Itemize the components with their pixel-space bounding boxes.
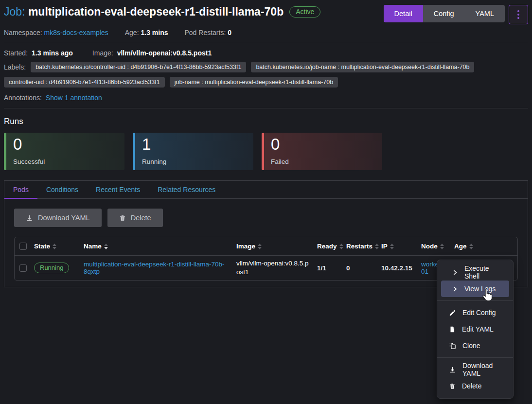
column-header-age[interactable]: Age bbox=[454, 243, 493, 250]
show-annotation-link[interactable]: Show 1 annotation bbox=[46, 94, 102, 102]
menu-item-clone[interactable]: Clone bbox=[441, 337, 509, 354]
pod-restarts-cell: 0 bbox=[346, 264, 381, 272]
label-chip: batch.kubernetes.io/job-name : multiplic… bbox=[251, 62, 474, 72]
menu-divider bbox=[437, 357, 513, 358]
successful-label: Successful bbox=[13, 158, 118, 165]
chevron-right-icon bbox=[452, 269, 458, 276]
sort-icon bbox=[469, 244, 473, 249]
runs-cards: 0 Successful 1 Running 0 Failed bbox=[4, 133, 528, 170]
pod-name-link[interactable]: multiplication-eval-deepseek-r1-distill-… bbox=[84, 261, 225, 275]
download-icon bbox=[26, 214, 33, 222]
labels-row-1: Labels: batch.kubernetes.io/controller-u… bbox=[4, 62, 528, 72]
namespace-link[interactable]: mk8s-docs-examples bbox=[44, 29, 108, 36]
sort-icon bbox=[440, 244, 444, 249]
pod-name-cell: multiplication-eval-deepseek-r1-distill-… bbox=[84, 261, 236, 275]
label-chip: batch.kubernetes.io/controller-uid : d4b… bbox=[31, 62, 246, 72]
menu-item-edit-yaml[interactable]: Edit YAML bbox=[441, 321, 509, 337]
successful-runs-card[interactable]: 0 Successful bbox=[4, 133, 124, 170]
pod-ip-cell: 10.42.2.15 bbox=[381, 264, 421, 272]
tab-pods[interactable]: Pods bbox=[4, 181, 37, 199]
clone-icon bbox=[449, 342, 456, 350]
job-name-title: multiplication-eval-deepseek-r1-distill-… bbox=[28, 5, 284, 18]
pod-restarts-meta: Pod Restarts: 0 bbox=[184, 29, 231, 36]
sort-icon bbox=[104, 244, 108, 249]
running-label: Running bbox=[142, 158, 247, 165]
header-actions: Detail Config YAML bbox=[384, 5, 528, 24]
label-chip: job-name : multiplication-eval-deepseek-… bbox=[170, 77, 338, 88]
failed-count: 0 bbox=[271, 136, 375, 153]
runs-heading: Runs bbox=[4, 117, 528, 126]
running-count: 1 bbox=[142, 136, 247, 153]
header-meta: Namespace: mk8s-docs-examples Age: 1.3 m… bbox=[4, 29, 528, 36]
row-checkbox[interactable] bbox=[19, 264, 27, 272]
age-meta: Age: 1.3 mins bbox=[125, 29, 168, 36]
sort-icon bbox=[258, 244, 262, 249]
menu-item-edit-config[interactable]: Edit Config bbox=[441, 304, 509, 321]
detail-block: Started: 1.3 mins ago Image: vllm/vllm-o… bbox=[4, 49, 528, 102]
menu-item-download-yaml[interactable]: Download YAML bbox=[441, 361, 509, 378]
detail-tab-button[interactable]: Detail bbox=[384, 5, 423, 22]
trash-icon bbox=[119, 214, 126, 222]
sort-icon bbox=[53, 244, 56, 249]
column-header-name[interactable]: Name bbox=[84, 243, 236, 250]
pod-image-cell: vllm/vllm-openai:v0.8.5.post1 bbox=[236, 259, 317, 276]
download-icon bbox=[449, 366, 456, 373]
sort-icon bbox=[375, 244, 379, 249]
labels-label: Labels: bbox=[4, 63, 26, 71]
trash-icon bbox=[449, 383, 456, 390]
labels-row-2: controller-uid : d4b91906-b7e1-4f13-86bb… bbox=[4, 77, 528, 88]
page-title: Job: multiplication-eval-deepseek-r1-dis… bbox=[4, 5, 284, 19]
column-header-ip[interactable]: IP bbox=[381, 243, 421, 250]
started-label: Started: bbox=[4, 49, 28, 57]
config-tab-button[interactable]: Config bbox=[423, 5, 465, 22]
tab-conditions[interactable]: Conditions bbox=[37, 181, 87, 199]
sort-icon bbox=[390, 244, 394, 249]
table-header-row: State Name Image Ready Restarts IP Node … bbox=[15, 237, 517, 256]
running-runs-card[interactable]: 1 Running bbox=[133, 133, 253, 170]
select-all-checkbox[interactable] bbox=[19, 243, 27, 250]
label-chip: controller-uid : d4b91906-b7e1-4f13-86bb… bbox=[4, 77, 165, 88]
chevron-right-icon bbox=[452, 286, 458, 292]
yaml-tab-button[interactable]: YAML bbox=[465, 5, 505, 22]
started-image-row: Started: 1.3 mins ago Image: vllm/vllm-o… bbox=[4, 49, 528, 57]
image-label: Image: bbox=[92, 49, 113, 57]
file-icon bbox=[449, 326, 456, 333]
menu-divider bbox=[437, 300, 513, 301]
tab-bar: Pods Conditions Recent Events Related Re… bbox=[4, 181, 528, 199]
download-yaml-button[interactable]: Download YAML bbox=[14, 209, 102, 227]
column-header-image[interactable]: Image bbox=[236, 243, 317, 250]
page-header: Job: multiplication-eval-deepseek-r1-dis… bbox=[4, 5, 528, 24]
job-detail-page: Job: multiplication-eval-deepseek-r1-dis… bbox=[0, 0, 532, 287]
menu-item-execute-shell[interactable]: Execute Shell bbox=[441, 264, 509, 281]
table-toolbar: Download YAML Delete bbox=[14, 209, 518, 227]
pod-state-badge: Running bbox=[34, 263, 69, 273]
annotations-row: Annotations: Show 1 annotation bbox=[4, 94, 528, 102]
column-header-restarts[interactable]: Restarts bbox=[346, 243, 381, 250]
status-badge: Active bbox=[289, 6, 320, 18]
menu-item-delete[interactable]: Delete bbox=[441, 378, 509, 394]
view-toggle-group: Detail Config YAML bbox=[384, 5, 505, 22]
delete-button[interactable]: Delete bbox=[107, 209, 163, 227]
successful-count: 0 bbox=[13, 136, 118, 153]
header-divider bbox=[4, 43, 528, 43]
pod-state-cell: Running bbox=[34, 263, 84, 273]
sort-icon bbox=[339, 244, 343, 249]
namespace-meta: Namespace: mk8s-docs-examples bbox=[4, 29, 108, 36]
column-header-state[interactable]: State bbox=[34, 243, 84, 250]
tab-recent-events[interactable]: Recent Events bbox=[87, 181, 149, 199]
started-value: 1.3 mins ago bbox=[32, 49, 73, 57]
failed-runs-card[interactable]: 0 Failed bbox=[262, 133, 382, 170]
pencil-icon bbox=[449, 309, 456, 316]
pod-ready-cell: 1/1 bbox=[317, 264, 346, 272]
kebab-icon bbox=[517, 10, 519, 19]
failed-label: Failed bbox=[271, 158, 375, 165]
tab-related-resources[interactable]: Related Resources bbox=[149, 181, 224, 199]
pod-actions-context-menu: Execute Shell View Logs Edit Config Edit… bbox=[437, 260, 514, 399]
annotations-label: Annotations: bbox=[4, 94, 42, 102]
image-value: vllm/vllm-openai:v0.8.5.post1 bbox=[117, 49, 212, 57]
column-header-ready[interactable]: Ready bbox=[317, 243, 346, 250]
column-header-node[interactable]: Node bbox=[421, 243, 454, 250]
menu-item-view-logs[interactable]: View Logs bbox=[441, 281, 509, 297]
detail-divider bbox=[4, 108, 528, 108]
header-actions-menu-button[interactable] bbox=[509, 5, 528, 24]
